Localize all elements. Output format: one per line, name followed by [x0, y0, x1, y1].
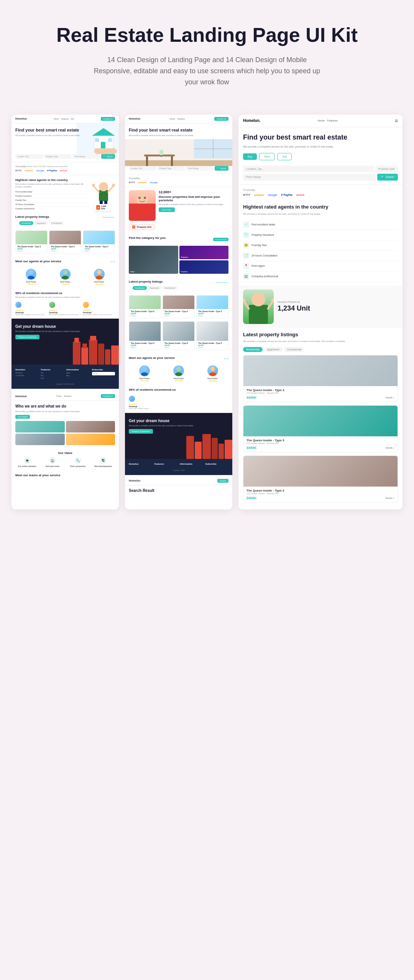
mobile-nav-link-1[interactable]: Home [318, 119, 325, 122]
footer-link-3[interactable]: Rent [41, 377, 64, 379]
mobile-agents-section: Hightest rated agents in the country We … [238, 200, 402, 220]
properties-title-left: Latest property listings [15, 215, 49, 219]
value-label-4: New developments [91, 465, 115, 467]
tab-apartment[interactable]: Apartment [34, 221, 48, 225]
cta-title-mid: Get your dream house [129, 419, 228, 423]
properties-header: Latest property listings Display all lis… [15, 215, 115, 220]
location-field-mid[interactable]: Location, Zip... [129, 166, 156, 171]
testimonial-mid-1: ★★★★★ Amazing! We provide complete servi… [129, 396, 228, 410]
range-field[interactable]: Price Range [72, 154, 100, 159]
property-cards-left: The Queen Inside - Type 3 $989K Details … [12, 230, 119, 257]
discover-text: 12,000+ Discover properties that will im… [159, 190, 228, 212]
mobile-price-input[interactable]: Price Range [243, 174, 376, 181]
email-input[interactable]: Email... [92, 372, 115, 375]
footer-info-1[interactable]: About [66, 372, 90, 374]
mobile-search-btn[interactable]: 🔍 Search [377, 174, 398, 181]
svg-rect-35 [144, 155, 175, 156]
mobile-nav-link-2[interactable]: Features [327, 119, 338, 122]
svg-line-59 [244, 301, 249, 309]
nav-cta-btn-2[interactable]: Contact Us [101, 394, 115, 398]
type-field[interactable]: Property Type [44, 154, 72, 159]
mobile-logos: IFTTT amazon Google P PayPal airbnb [243, 194, 398, 196]
cta-btn-mid[interactable]: Property Comparison [129, 429, 153, 434]
discover-btn[interactable]: Learn More [159, 207, 175, 212]
nav-link-2[interactable]: Features [61, 118, 69, 120]
mobile-prop-details-2[interactable]: Details + [385, 447, 394, 449]
mobile-location-input[interactable]: Location, Zip... [243, 166, 374, 172]
tab-commercial[interactable]: Commercial [49, 221, 64, 225]
tab-apartment-mid[interactable]: Apartment [148, 286, 161, 290]
footer-mid-col-1: Homelun [129, 463, 152, 466]
test-avatar-mid-1 [129, 396, 135, 402]
hamburger-icon[interactable]: ≡ [395, 118, 398, 124]
property-meta-1: Details + [17, 250, 46, 252]
footer-copyright: Copyright © 2024 Homelun [15, 383, 115, 385]
nav-link-5[interactable]: Features [64, 395, 71, 397]
mobile-feature-3: 😊 Friendly Test [243, 240, 398, 251]
get-started-btn[interactable]: Get Started [15, 415, 30, 419]
test-text-1: We provide a complete service for the sa… [15, 314, 48, 316]
property-meta-3: Details + [85, 250, 113, 252]
property-img-1 [16, 231, 47, 244]
search-icon-mid: 🔍 [217, 167, 219, 169]
nav-link-1[interactable]: Home [54, 118, 59, 120]
agent-avatar-3 [94, 269, 105, 280]
mobile-tab-apartment[interactable]: Apartment [264, 347, 283, 352]
testimonials-title: 98% of residents recommend us [15, 291, 115, 295]
search-btn[interactable]: 🔍 Search [101, 154, 115, 159]
footer-link-2[interactable]: Buy [41, 375, 64, 377]
property-card-mid-4: The Queen Inside - Type 5 $989K Details … [129, 321, 161, 350]
nav-cta-mid[interactable]: Contact Us [214, 117, 228, 121]
property-img-3 [83, 231, 115, 244]
footer-info-2[interactable]: Blog [66, 375, 90, 377]
search-btn-mid[interactable]: 🔍 Search [215, 166, 228, 171]
range-field-mid[interactable]: Price Range [186, 166, 214, 171]
svg-point-19 [97, 270, 102, 275]
mobile-tab-commercial[interactable]: Commercial [284, 347, 304, 352]
cta-btn-left[interactable]: Property Comparison [15, 335, 39, 339]
agents-section-left: Hightest rated agents in the country We … [12, 175, 119, 212]
tab-residential-mid[interactable]: Residential [133, 286, 147, 290]
nav-cta-search[interactable]: Contact [217, 479, 228, 483]
nav-link-3[interactable]: Info [71, 118, 74, 120]
testimonials-section: 98% of residents recommend us We provide… [12, 288, 119, 302]
feature-5: Company professional [15, 207, 89, 210]
see-all-btn[interactable]: See all [110, 261, 115, 263]
tab-commercial-mid[interactable]: Commercial [163, 286, 177, 290]
nav-cta-btn[interactable]: Contact Us [101, 117, 115, 121]
svg-point-11 [92, 184, 95, 187]
mobile-prop-details-3[interactable]: Details + [385, 497, 394, 499]
tab-residential[interactable]: Residential [19, 221, 33, 225]
mobile-hero: Find your best smart real estate We prov… [238, 127, 402, 184]
mobile-prop-details-1[interactable]: Details + [385, 396, 394, 399]
svg-point-41 [136, 192, 148, 205]
logo-google-mid: Google [150, 181, 158, 184]
mobile-prop-price-row-2: $989K Details + [246, 446, 394, 450]
feature-property-btn[interactable]: Feature Property [213, 238, 228, 241]
svg-point-50 [209, 372, 217, 376]
svg-point-43 [138, 197, 141, 199]
svg-line-60 [268, 301, 273, 309]
mobile-sell-btn[interactable]: Sell [277, 153, 292, 160]
mobile-tab-residential[interactable]: Residential [243, 347, 263, 352]
type-field-mid[interactable]: Property Type [158, 166, 185, 171]
nav-link-mid-1[interactable]: Home [170, 118, 175, 120]
mobile-rent-btn[interactable]: Rent [259, 153, 275, 160]
testimonial-1: ★★★★★ Amazing! We provide a complete ser… [15, 302, 48, 316]
mobile-prop-info-1: The Queen Inside - Type 3 123 Queen Stre… [243, 386, 398, 402]
location-field[interactable]: Location, Zip... [15, 154, 43, 159]
mobile-logo-google: Google [268, 194, 277, 196]
mobile-type-input[interactable]: Property Type [375, 166, 398, 172]
property-badge-inner: 🏠 Property Unit [129, 224, 155, 230]
property-badge: 🏠 Property Unit [125, 224, 232, 232]
mobile-prop-img-3 [243, 456, 398, 487]
see-all-btn-mid[interactable]: See all [224, 358, 228, 360]
mobile-hero-btn[interactable]: Buy [243, 153, 257, 160]
feature-icon-3: 😊 [243, 242, 249, 248]
view-all-btn[interactable]: Display all listing + [102, 216, 115, 218]
svg-line-10 [108, 186, 113, 192]
view-all-mid[interactable]: Display all listing + [216, 281, 228, 283]
nav-link-mid-2[interactable]: Features [177, 118, 185, 120]
nav-link-4[interactable]: Home [56, 395, 61, 397]
footer-link-1[interactable]: Sell [41, 372, 64, 374]
